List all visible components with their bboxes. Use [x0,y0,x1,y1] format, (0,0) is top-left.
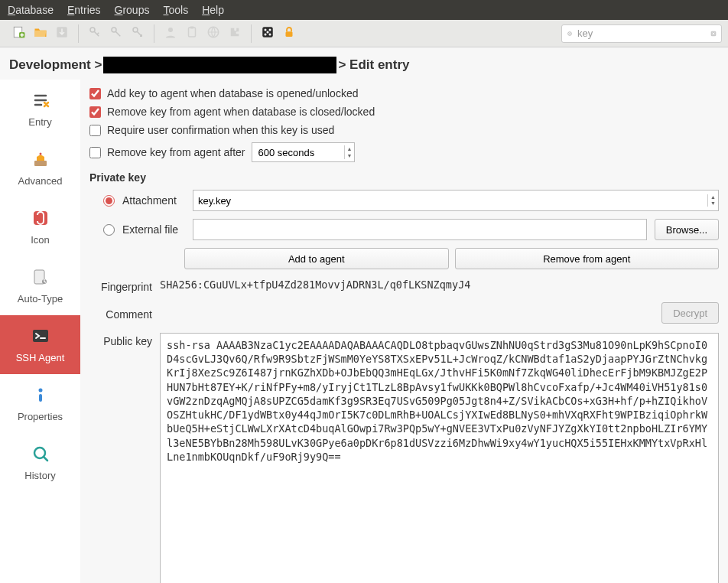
private-key-heading: Private key [89,171,719,184]
terminal-icon [31,327,50,345]
svg-rect-22 [34,211,47,225]
tab-advanced[interactable]: Advanced [0,138,80,197]
combo-up-icon[interactable]: ▲ [710,194,716,200]
remove-after-checkbox[interactable] [89,147,101,158]
external-label: External file [122,223,185,236]
info-icon [31,386,50,404]
dice-icon[interactable] [261,25,275,41]
require-confirm-label: Require user confirmation when this key … [107,124,334,136]
svg-point-13 [265,34,267,36]
new-db-icon[interactable] [12,25,26,41]
tab-sshagent-label: SSH Agent [16,352,65,363]
spinner-up-icon[interactable]: ▲ [345,145,355,152]
breadcrumb-root[interactable]: Development [9,57,91,73]
tab-icon-label: Icon [31,234,50,246]
key3-icon[interactable] [131,25,145,41]
lock-icon[interactable] [282,25,296,41]
svg-rect-24 [33,330,48,342]
external-radio[interactable] [103,224,115,236]
toolbar [0,20,728,47]
entry-icon [31,91,50,109]
svg-rect-16 [286,31,293,37]
svg-point-15 [267,31,269,34]
remove-after-input[interactable] [252,147,344,158]
external-input[interactable] [193,219,647,240]
svg-point-12 [269,29,271,31]
tab-history-label: History [24,470,55,481]
svg-rect-26 [39,394,42,402]
tab-entry[interactable]: Entry [0,80,80,138]
svg-rect-7 [189,28,196,37]
menu-help[interactable]: Help [202,4,224,16]
open-db-icon[interactable] [34,25,47,41]
globe-icon[interactable] [206,25,220,41]
attachment-radio[interactable] [103,195,115,207]
breadcrumb-tail: Edit entry [349,57,409,73]
browse-button[interactable]: Browse... [655,219,719,240]
tab-properties-label: Properties [18,411,63,422]
search-box[interactable] [561,24,722,43]
svg-rect-20 [34,161,47,166]
comment-label: Comment [89,306,152,321]
tab-sshagent[interactable]: SSH Agent [0,315,80,374]
advanced-icon [31,150,50,168]
remove-after-spinner[interactable]: ▲ ▼ [252,142,356,162]
search-input[interactable] [577,28,706,39]
add-on-open-label: Add key to agent when database is opened… [107,87,358,99]
main: Entry Advanced Icon Auto-Type SSH Agent … [0,80,728,583]
save-db-icon[interactable] [55,25,69,41]
menu-database[interactable]: Database [8,4,54,16]
combo-down-icon[interactable]: ▼ [710,200,716,207]
svg-point-4 [112,28,116,32]
remove-from-agent-button[interactable]: Remove from agent [455,248,720,269]
svg-point-5 [133,28,138,32]
attachment-combo[interactable] [193,191,707,210]
publickey-value[interactable]: ssh-rsa AAAAB3NzaC1yc2EAAAADAQABAAACAQDL… [160,333,719,583]
autotype-icon [31,268,50,286]
tab-properties[interactable]: Properties [0,374,80,433]
svg-point-14 [269,34,271,36]
breadcrumb: Development > > Edit entry [0,47,728,80]
tab-autotype[interactable]: Auto-Type [0,256,80,315]
target-icon [567,27,573,41]
key2-icon[interactable] [109,25,123,41]
svg-point-6 [168,28,173,32]
menu-entries[interactable]: Entries [67,4,101,16]
fingerprint-value: SHA256:CGuUVLx+tfpU4Zd281MovvjADRN3L/q0f… [160,278,719,291]
tab-autotype-label: Auto-Type [18,293,63,305]
remove-on-close-checkbox[interactable] [89,106,101,118]
publickey-label: Public key [89,333,152,347]
entry-tabs: Entry Advanced Icon Auto-Type SSH Agent … [0,80,80,583]
decrypt-button[interactable]: Decrypt [661,302,719,324]
ssh-agent-panel: Add key to agent when database is opened… [80,80,728,583]
add-to-agent-button[interactable]: Add to agent [184,248,449,269]
puzzle-icon[interactable] [228,25,242,41]
menubar: Database Entries Groups Tools Help [0,0,728,20]
svg-point-11 [265,29,267,31]
breadcrumb-redacted [103,57,336,73]
svg-point-21 [39,153,41,155]
menu-groups[interactable]: Groups [115,4,150,16]
require-confirm-checkbox[interactable] [89,125,101,136]
history-icon [31,445,50,463]
clear-icon[interactable] [710,27,717,41]
tab-advanced-label: Advanced [18,175,63,187]
add-on-open-checkbox[interactable] [89,88,101,99]
menu-tools[interactable]: Tools [163,4,188,16]
svg-point-25 [38,389,42,392]
tab-entry-label: Entry [28,116,51,128]
tab-history[interactable]: History [0,433,80,492]
tab-icon[interactable]: Icon [0,197,80,256]
attachment-label: Attachment [122,194,185,207]
remove-after-label: Remove key from agent after [107,146,245,158]
clipboard-icon[interactable] [185,25,199,41]
key-icon[interactable] [88,25,102,41]
user-icon[interactable] [164,25,177,41]
fingerprint-label: Fingerprint [89,278,152,293]
remove-on-close-label: Remove key from agent when database is c… [107,106,375,118]
icon-icon [31,209,50,227]
svg-point-3 [90,28,95,32]
svg-point-18 [569,33,570,34]
svg-rect-8 [190,27,194,29]
spinner-down-icon[interactable]: ▼ [345,152,355,159]
